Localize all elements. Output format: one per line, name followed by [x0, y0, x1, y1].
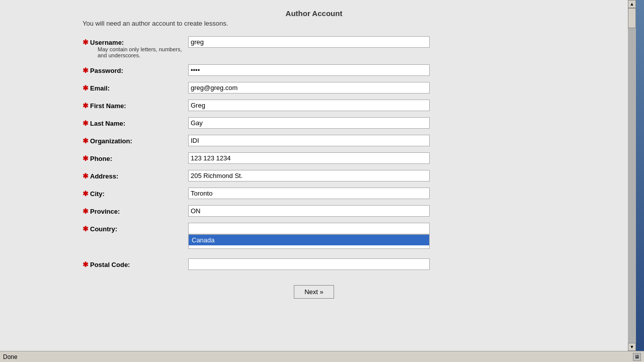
email-row: ✱Email:	[77, 79, 550, 97]
status-icon: 🖥	[633, 353, 641, 361]
organization-input[interactable]	[188, 135, 430, 146]
username-note: May contain only letters, numbers, and u…	[83, 46, 188, 58]
firstname-input-container	[188, 100, 430, 111]
phone-row: ✱Phone:	[77, 149, 550, 167]
province-input[interactable]	[188, 205, 430, 217]
country-dropdown-list[interactable]: Canada	[188, 234, 430, 249]
status-text: Done	[3, 353, 18, 360]
password-row: ✱Password:	[77, 61, 550, 79]
city-row: ✱City:	[77, 185, 550, 202]
province-row: ✱Province:	[77, 202, 550, 220]
address-label: ✱Address:	[77, 170, 188, 180]
page-title: Author Account	[77, 5, 550, 20]
scrollbar-thumb[interactable]	[628, 8, 636, 28]
required-star: ✱	[83, 119, 89, 127]
vertical-scrollbar[interactable]: ▲ ▼	[628, 0, 636, 351]
username-label: ✱Username: May contain only letters, num…	[77, 36, 188, 58]
address-row: ✱Address:	[77, 167, 550, 185]
country-input-container: Canada	[188, 223, 430, 234]
scroll-down-button[interactable]: ▼	[628, 343, 636, 351]
postalcode-input-container	[188, 258, 430, 270]
phone-label: ✱Phone:	[77, 152, 188, 162]
required-star: ✱	[83, 207, 89, 215]
next-button[interactable]: Next »	[294, 285, 334, 299]
password-input-container	[188, 64, 430, 76]
organization-row: ✱Organization:	[77, 132, 550, 149]
email-input[interactable]	[188, 82, 430, 94]
status-bar: Done 🖥	[0, 351, 644, 362]
country-option-empty[interactable]	[189, 245, 429, 248]
province-input-container	[188, 205, 430, 217]
firstname-row: ✱First Name:	[77, 97, 550, 114]
password-input[interactable]	[188, 64, 430, 76]
address-input-container	[188, 170, 430, 182]
country-row: ✱Country: Canada	[77, 220, 550, 237]
password-label: ✱Password:	[77, 64, 188, 74]
address-input[interactable]	[188, 170, 430, 182]
username-input[interactable]	[188, 36, 430, 48]
country-dropdown-container[interactable]: Canada	[188, 223, 430, 234]
province-label: ✱Province:	[77, 205, 188, 215]
city-label: ✱City:	[77, 188, 188, 198]
required-star: ✱	[83, 84, 89, 92]
phone-input-container	[188, 152, 430, 164]
firstname-label: ✱First Name:	[77, 100, 188, 110]
required-star: ✱	[83, 225, 89, 233]
country-option-canada[interactable]: Canada	[189, 235, 429, 245]
required-star: ✱	[83, 190, 89, 198]
required-star: ✱	[83, 38, 89, 46]
required-star: ✱	[83, 260, 89, 268]
username-input-container	[188, 36, 430, 48]
required-star: ✱	[83, 137, 89, 145]
postalcode-input[interactable]	[188, 258, 430, 270]
city-input-container	[188, 188, 430, 199]
email-input-container	[188, 82, 430, 94]
required-star: ✱	[83, 154, 89, 162]
scrollbar-track[interactable]	[628, 8, 636, 343]
required-star: ✱	[83, 66, 89, 74]
username-row: ✱Username: May contain only letters, num…	[77, 33, 550, 61]
country-input[interactable]	[188, 223, 430, 234]
lastname-input-container	[188, 117, 430, 129]
firstname-input[interactable]	[188, 100, 430, 111]
country-label: ✱Country:	[77, 223, 188, 233]
postalcode-label: ✱Postal Code:	[77, 258, 188, 268]
postalcode-row: ✱Postal Code:	[77, 255, 550, 273]
city-input[interactable]	[188, 188, 430, 199]
page-subtitle: You will need an author account to creat…	[77, 20, 550, 27]
scroll-up-button[interactable]: ▲	[628, 0, 636, 8]
required-star: ✱	[83, 102, 89, 110]
button-row: Next »	[77, 285, 550, 299]
lastname-input[interactable]	[188, 117, 430, 129]
lastname-row: ✱Last Name:	[77, 114, 550, 132]
required-star: ✱	[83, 172, 89, 180]
email-label: ✱Email:	[77, 82, 188, 92]
right-panel	[636, 0, 644, 351]
organization-input-container	[188, 135, 430, 146]
lastname-label: ✱Last Name:	[77, 117, 188, 127]
organization-label: ✱Organization:	[77, 135, 188, 145]
phone-input[interactable]	[188, 152, 430, 164]
